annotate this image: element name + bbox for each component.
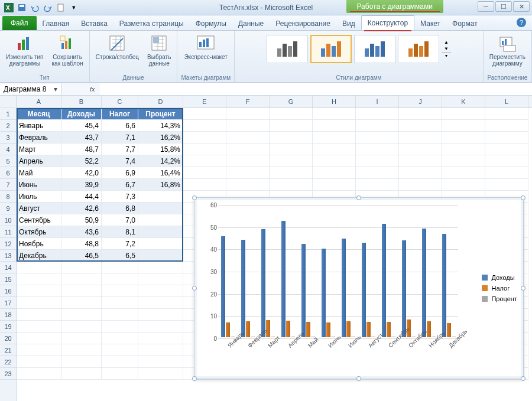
cell[interactable]: 48,7 xyxy=(61,144,102,155)
row-header-14[interactable]: 14 xyxy=(0,262,16,273)
row-header-17[interactable]: 17 xyxy=(0,297,16,309)
col-header-G[interactable]: G xyxy=(270,96,313,107)
cell[interactable] xyxy=(138,332,183,344)
cell[interactable] xyxy=(138,191,183,203)
undo-icon[interactable] xyxy=(30,2,40,13)
cell[interactable]: Апрель xyxy=(17,155,61,167)
cell[interactable]: 48,8 xyxy=(61,238,102,250)
cell[interactable] xyxy=(138,285,183,297)
cell[interactable] xyxy=(356,120,399,132)
row-header-18[interactable]: 18 xyxy=(0,309,16,321)
cell[interactable]: 7,7 xyxy=(102,144,138,155)
cell[interactable]: 14,3% xyxy=(138,120,183,132)
cell[interactable]: 8,1 xyxy=(102,226,138,238)
cell[interactable] xyxy=(138,321,183,332)
cell[interactable]: Октябрь xyxy=(17,226,61,238)
cell[interactable] xyxy=(17,356,61,368)
cell[interactable] xyxy=(17,321,61,332)
cell[interactable] xyxy=(270,108,313,120)
row-header-3[interactable]: 3 xyxy=(0,132,16,144)
cell[interactable]: Месяц xyxy=(17,108,61,120)
cell[interactable] xyxy=(61,285,102,297)
cell[interactable] xyxy=(17,262,61,273)
cell[interactable]: Июнь xyxy=(17,179,61,191)
cell[interactable]: 16,4% xyxy=(138,167,183,179)
cell[interactable] xyxy=(102,332,138,344)
fx-icon[interactable]: fx xyxy=(85,86,100,93)
name-box-dropdown-icon[interactable]: ▾ xyxy=(54,85,57,93)
save-as-template-button[interactable]: Сохранитькак шаблон xyxy=(49,32,85,68)
cell[interactable] xyxy=(102,273,138,285)
cell[interactable] xyxy=(102,344,138,356)
cell[interactable]: Доходы xyxy=(61,108,102,120)
col-header-I[interactable]: I xyxy=(356,96,399,107)
cell[interactable]: 7,2 xyxy=(102,238,138,250)
cell[interactable]: 45,4 xyxy=(61,120,102,132)
cell[interactable] xyxy=(138,214,183,226)
cell[interactable] xyxy=(485,120,528,132)
chart-style-2[interactable] xyxy=(310,35,352,63)
cell[interactable]: 43,7 xyxy=(61,132,102,144)
cell[interactable] xyxy=(17,309,61,321)
cell[interactable]: Май xyxy=(17,167,61,179)
cell[interactable] xyxy=(138,226,183,238)
cell[interactable] xyxy=(313,179,356,191)
cell[interactable] xyxy=(356,155,399,167)
redo-icon[interactable] xyxy=(43,2,53,13)
col-header-L[interactable]: L xyxy=(485,96,528,107)
col-header-A[interactable]: A xyxy=(17,96,61,107)
cell[interactable] xyxy=(313,120,356,132)
col-header-C[interactable]: C xyxy=(102,96,138,107)
tab-home[interactable]: Главная xyxy=(37,17,76,30)
cell[interactable] xyxy=(399,108,442,120)
cell[interactable] xyxy=(270,167,313,179)
close-button[interactable]: ✕ xyxy=(513,1,530,12)
row-header-9[interactable]: 9 xyxy=(0,203,16,214)
cell[interactable] xyxy=(270,155,313,167)
cell[interactable] xyxy=(399,132,442,144)
cell[interactable] xyxy=(17,285,61,297)
maximize-button[interactable]: ☐ xyxy=(495,1,512,12)
select-data-button[interactable]: Выбратьданные xyxy=(145,32,173,68)
row-header-7[interactable]: 7 xyxy=(0,179,16,191)
tab-insert[interactable]: Вставка xyxy=(75,17,113,30)
cell[interactable] xyxy=(61,309,102,321)
col-header-K[interactable]: K xyxy=(442,96,485,107)
cell[interactable] xyxy=(226,108,270,120)
select-all-corner[interactable] xyxy=(0,96,16,108)
cell[interactable]: Декабрь xyxy=(17,250,61,262)
cell[interactable]: 6,8 xyxy=(102,203,138,214)
cell[interactable] xyxy=(17,344,61,356)
cell[interactable] xyxy=(399,179,442,191)
chart-style-3[interactable] xyxy=(354,35,395,63)
row-header-1[interactable]: 1 xyxy=(0,108,16,120)
cell[interactable]: Январь xyxy=(17,120,61,132)
chart-plot-area[interactable] xyxy=(218,205,458,337)
cell[interactable] xyxy=(226,132,270,144)
help-icon[interactable]: ? xyxy=(517,18,526,27)
row-header-19[interactable]: 19 xyxy=(0,321,16,332)
cell[interactable] xyxy=(442,132,485,144)
cell[interactable] xyxy=(270,144,313,155)
chart-style-4[interactable] xyxy=(398,35,439,63)
cell[interactable] xyxy=(102,285,138,297)
cell[interactable] xyxy=(442,120,485,132)
cell[interactable]: Февраль xyxy=(17,132,61,144)
cell[interactable]: 14,2% xyxy=(138,155,183,167)
cell[interactable]: 43,6 xyxy=(61,226,102,238)
cell[interactable] xyxy=(226,144,270,155)
quick-layout-button[interactable]: Экспресс-макет xyxy=(182,32,230,61)
cell[interactable] xyxy=(356,179,399,191)
cell[interactable]: 16,2% xyxy=(138,132,183,144)
cell[interactable] xyxy=(183,167,226,179)
new-icon[interactable] xyxy=(56,2,66,13)
cell[interactable] xyxy=(138,238,183,250)
tab-data[interactable]: Данные xyxy=(232,17,270,30)
cell[interactable] xyxy=(442,155,485,167)
cell[interactable] xyxy=(313,132,356,144)
cell[interactable] xyxy=(61,356,102,368)
col-header-E[interactable]: E xyxy=(183,96,226,107)
move-chart-button[interactable]: Переместитьдиаграмму xyxy=(487,32,528,68)
cell[interactable] xyxy=(442,144,485,155)
cell[interactable] xyxy=(313,108,356,120)
